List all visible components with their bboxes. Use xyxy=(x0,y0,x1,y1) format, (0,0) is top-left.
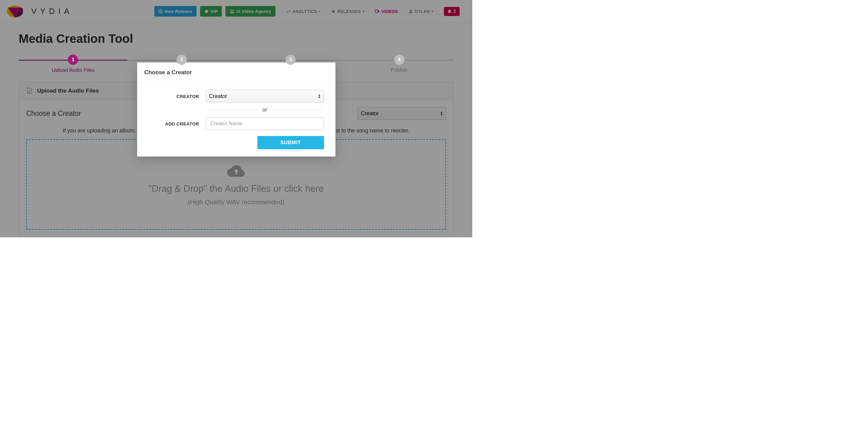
modal-overlay[interactable]: Choose a Creator CREATOR Creator ▲▼ or A… xyxy=(0,0,472,237)
step-bubble: 2 xyxy=(177,55,187,65)
choose-creator-modal: Choose a Creator CREATOR Creator ▲▼ or A… xyxy=(137,62,336,156)
modal-body: CREATOR Creator ▲▼ or ADD CREATOR xyxy=(137,83,336,156)
modal-title: Choose a Creator xyxy=(144,69,328,76)
or-divider: or xyxy=(206,107,324,113)
modal-header: Choose a Creator xyxy=(137,62,336,83)
creator-field-label: CREATOR xyxy=(146,94,199,99)
step-bubble: 4 xyxy=(394,55,404,65)
creator-name-input[interactable] xyxy=(206,117,324,130)
or-text: or xyxy=(262,107,267,113)
step-bubble: 3 xyxy=(285,55,296,65)
modal-creator-select[interactable]: Creator xyxy=(206,90,324,103)
submit-button[interactable]: SUBMIT xyxy=(257,136,324,149)
add-creator-field-label: ADD CREATOR xyxy=(146,121,199,126)
